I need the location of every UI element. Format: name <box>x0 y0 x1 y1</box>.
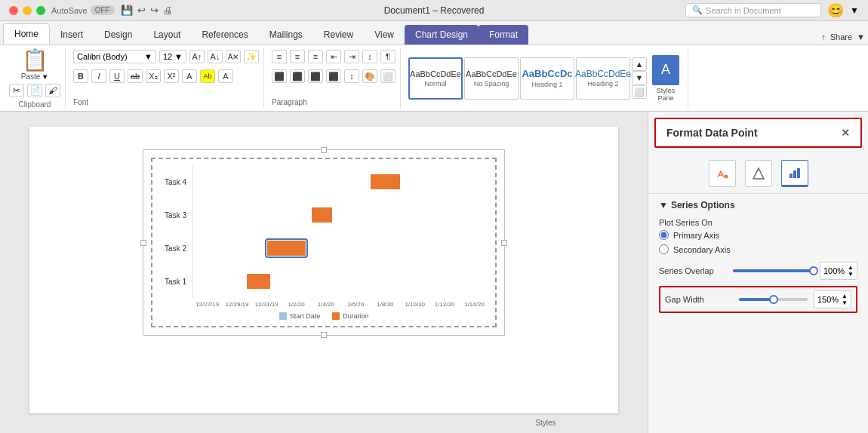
chart-container[interactable]: Task 4 Task 3 <box>143 149 505 336</box>
line-spacing-button[interactable]: ↕ <box>344 69 359 83</box>
font-color-button[interactable]: A <box>182 69 197 83</box>
tab-view[interactable]: View <box>364 25 405 45</box>
borders-button[interactable]: ⬜ <box>380 69 396 83</box>
show-hide-button[interactable]: ¶ <box>380 50 396 63</box>
primary-axis-radio[interactable] <box>659 230 669 240</box>
gap-width-track[interactable] <box>739 298 808 301</box>
align-center-button[interactable]: ⬛ <box>290 69 305 83</box>
strikethrough-button[interactable]: ab <box>128 69 143 83</box>
subscript-button[interactable]: X₂ <box>146 69 161 83</box>
tab-references[interactable]: References <box>191 25 258 45</box>
gap-width-thumb[interactable] <box>769 295 778 304</box>
styles-scroll-down[interactable]: ▼ <box>632 71 647 84</box>
series-options-header[interactable]: ▼ Series Options <box>659 200 857 210</box>
task1-bar[interactable] <box>247 274 270 289</box>
gantt-row-task1: Task 1 <box>159 265 489 298</box>
tab-format[interactable]: Format <box>479 25 528 45</box>
shading-button[interactable]: 🎨 <box>362 69 377 83</box>
undo-icon[interactable]: ↩ <box>137 5 146 16</box>
gap-width-value[interactable]: 150% ▲▼ <box>814 290 851 309</box>
minimize-button[interactable] <box>23 6 32 15</box>
bold-button[interactable]: B <box>73 69 88 83</box>
highlight-button[interactable]: ✨ <box>244 50 259 63</box>
resize-handle-bottom[interactable] <box>321 332 327 338</box>
increase-font-button[interactable]: A↑ <box>189 50 205 63</box>
styles-pane-icon: A <box>652 55 679 85</box>
justify-button[interactable]: ⬛ <box>326 69 341 83</box>
gap-width-spinners[interactable]: ▲▼ <box>842 293 848 306</box>
account-icon[interactable]: 😊 <box>827 2 844 19</box>
gap-width-row: Gap Width 150% ▲▼ <box>659 286 857 313</box>
font-color2-button[interactable]: A <box>218 69 233 83</box>
styles-pane-button[interactable]: A StylesPane <box>648 52 683 105</box>
ribbon-group-paste: 📋 Paste ▼ ✂ 📄 🖌 Clipboard <box>5 48 66 108</box>
panel-series-options: ▼ Series Options Plot Series On Primary … <box>648 194 868 319</box>
resize-handle-top[interactable] <box>321 147 327 153</box>
panel-fill-icon[interactable] <box>709 160 736 187</box>
side-panel: Format Data Point ✕ <box>648 112 868 433</box>
resize-handle-right[interactable] <box>501 240 507 246</box>
styles-scroll-up[interactable]: ▲ <box>632 57 647 71</box>
decrease-font-button[interactable]: A↓ <box>208 50 223 63</box>
series-overlap-value[interactable]: 100% ▲▼ <box>820 262 857 280</box>
gantt-chart: Task 4 Task 3 <box>159 165 489 298</box>
tab-chart-design[interactable]: Chart Design <box>405 25 479 45</box>
bullet-list-button[interactable]: ≡ <box>272 50 287 63</box>
close-button[interactable] <box>9 6 18 15</box>
panel-shape-icon[interactable] <box>745 160 772 187</box>
search-icon: 🔍 <box>692 5 703 15</box>
task4-bar[interactable] <box>371 174 400 189</box>
svg-rect-3 <box>793 170 796 178</box>
style-normal[interactable]: AaBbCcDdEe Normal <box>408 57 463 100</box>
styles-expand[interactable]: ⬜ <box>632 85 647 99</box>
secondary-axis-radio[interactable] <box>659 244 669 254</box>
print-icon[interactable]: 🖨 <box>163 5 173 16</box>
cut-button[interactable]: ✂ <box>9 84 24 97</box>
task2-bar[interactable] <box>267 241 306 256</box>
series-overlap-thumb[interactable] <box>809 266 818 275</box>
paste-button[interactable]: 📋 Paste ▼ <box>19 48 51 81</box>
tab-home[interactable]: Home <box>3 23 50 45</box>
style-heading1[interactable]: AaBbCcDc Heading 1 <box>520 57 574 100</box>
clear-format-button[interactable]: A✕ <box>226 50 241 63</box>
decrease-indent-button[interactable]: ⇤ <box>326 50 341 63</box>
sort-button[interactable]: ↕ <box>362 50 377 63</box>
italic-button[interactable]: I <box>91 69 106 83</box>
document-area: Task 4 Task 3 <box>0 112 648 433</box>
font-size-selector[interactable]: 12 ▼ <box>159 50 186 63</box>
increase-indent-button[interactable]: ⇥ <box>344 50 359 63</box>
search-box[interactable]: 🔍 Search in Document <box>685 3 821 17</box>
style-no-spacing[interactable]: AaBbCcDdEe No Spacing <box>464 57 519 100</box>
style-heading2[interactable]: AaBbCcDdEe Heading 2 <box>576 57 630 100</box>
tab-insert[interactable]: Insert <box>50 25 94 45</box>
copy-button[interactable]: 📄 <box>27 84 42 97</box>
maximize-button[interactable] <box>36 6 45 15</box>
chart-outer[interactable]: Task 4 Task 3 <box>151 158 497 327</box>
superscript-button[interactable]: X² <box>164 69 179 83</box>
task3-bar[interactable] <box>312 207 332 223</box>
align-right-button[interactable]: ⬛ <box>308 69 323 83</box>
text-highlight-button[interactable]: Ab <box>200 69 215 83</box>
font-name-selector[interactable]: Calibri (Body) ▼ <box>73 50 156 63</box>
format-painter-button[interactable]: 🖌 <box>45 84 60 97</box>
align-left-button[interactable]: ⬛ <box>272 69 287 83</box>
underline-button[interactable]: U <box>109 69 125 83</box>
redo-icon[interactable]: ↪ <box>150 5 159 16</box>
legend-start-date-dot <box>279 312 287 320</box>
multilevel-list-button[interactable]: ≡ <box>308 50 323 63</box>
panel-bar-icon[interactable] <box>781 160 808 187</box>
secondary-axis-row: Secondary Axis <box>659 244 857 254</box>
tab-layout[interactable]: Layout <box>143 25 191 45</box>
autosave-toggle[interactable]: OFF <box>91 5 115 15</box>
share-button[interactable]: ↑Share▼ <box>821 32 865 45</box>
tab-review[interactable]: Review <box>313 25 364 45</box>
panel-close-button[interactable]: ✕ <box>841 127 850 139</box>
title-bar-right: 🔍 Search in Document 😊 ▼ <box>685 2 859 19</box>
series-overlap-track[interactable] <box>733 269 814 272</box>
tab-design[interactable]: Design <box>94 25 143 45</box>
save-icon[interactable]: 💾 <box>121 5 133 16</box>
tab-mailings[interactable]: Mailings <box>259 25 313 45</box>
resize-handle-left[interactable] <box>140 240 146 246</box>
numbered-list-button[interactable]: ≡ <box>290 50 305 63</box>
series-overlap-spinners[interactable]: ▲▼ <box>848 264 854 278</box>
